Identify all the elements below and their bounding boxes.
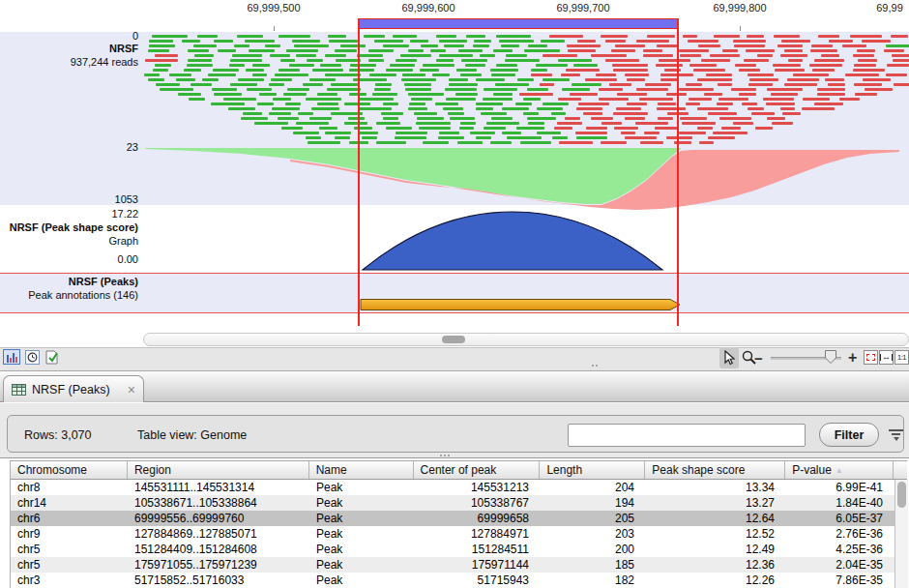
validate-document-icon[interactable] — [44, 349, 59, 365]
read — [214, 93, 243, 96]
read — [232, 54, 262, 57]
read — [528, 122, 544, 125]
read — [435, 103, 459, 105]
read — [507, 136, 542, 139]
zoom-to-selection-button[interactable] — [864, 350, 878, 365]
column-header-label: Region — [134, 463, 171, 477]
track-horizontal-scrollbar[interactable] — [143, 333, 909, 346]
forward-coverage-area — [145, 148, 681, 204]
cell: 175971144 — [414, 557, 541, 573]
read — [763, 98, 794, 101]
pointer-tool-icon[interactable] — [719, 347, 739, 368]
read — [362, 136, 377, 139]
read — [317, 103, 338, 105]
peaks-track-count: Peak annotations (146) — [0, 289, 140, 301]
read — [296, 122, 330, 125]
read — [857, 49, 875, 52]
read — [704, 93, 723, 96]
one-to-one-zoom-button[interactable]: 1:1 — [894, 350, 909, 365]
read — [149, 44, 175, 47]
read — [519, 93, 553, 96]
read — [689, 98, 712, 101]
column-header-peak-shape-score[interactable]: Peak shape score — [645, 461, 785, 479]
read — [658, 117, 673, 120]
read — [281, 127, 303, 130]
tab-close-icon[interactable]: × — [128, 383, 135, 397]
read — [184, 69, 200, 72]
fit-width-button[interactable]: ↔ — [879, 350, 894, 365]
read — [312, 69, 342, 72]
read — [386, 127, 413, 130]
ruler-selection-bar[interactable] — [359, 18, 678, 29]
zoom-slider-thumb[interactable] — [825, 350, 836, 368]
zoom-out-button[interactable]: − — [754, 351, 763, 366]
advanced-filter-icon[interactable] — [888, 429, 904, 442]
read — [400, 54, 431, 57]
table-row[interactable]: chr351715852..51716033Peak5171594318212.… — [11, 573, 907, 588]
column-header-length[interactable]: Length — [540, 461, 645, 479]
column-header-label: P-value — [792, 463, 832, 477]
zoom-in-button[interactable]: + — [848, 350, 857, 365]
read — [577, 40, 596, 43]
cell: 2.04E-35 — [786, 557, 894, 573]
table-row[interactable]: chr669999556..69999760Peak6999965820512.… — [11, 511, 907, 526]
read — [327, 88, 362, 91]
table-body: chr8145531111..145531314Peak145531213204… — [11, 480, 907, 588]
read — [686, 103, 700, 105]
table-splitter-grip[interactable] — [440, 455, 450, 456]
table-row[interactable]: chr5151284409..151284608Peak151284511200… — [11, 542, 907, 557]
tab-title: NRSF (Peaks) — [32, 383, 122, 397]
read — [811, 44, 833, 47]
read — [601, 35, 628, 38]
read — [484, 127, 506, 130]
read — [647, 35, 675, 38]
filter-button[interactable]: Filter — [819, 423, 879, 447]
read — [706, 74, 732, 76]
table-vertical-scrollbar[interactable] — [894, 480, 908, 588]
read — [229, 64, 245, 67]
read — [155, 54, 177, 57]
read — [887, 64, 909, 67]
read — [446, 98, 476, 101]
read — [625, 74, 649, 76]
tab-nrsf-peaks[interactable]: NRSF (Peaks) × — [3, 375, 144, 402]
column-header-p-value[interactable]: P-value▲ — [785, 461, 894, 479]
table-row[interactable]: chr9127884869..127885071Peak127884971203… — [11, 526, 907, 542]
read — [774, 35, 801, 38]
cell: chr8 — [11, 480, 128, 495]
annotation-shape[interactable] — [361, 300, 680, 310]
read — [368, 49, 394, 52]
scrollbar-thumb[interactable] — [897, 482, 906, 508]
read — [354, 127, 372, 130]
read — [766, 103, 795, 105]
cell: chr14 — [11, 495, 128, 511]
table-view-label: Table view: Genome — [137, 428, 247, 442]
table-search-input[interactable] — [568, 424, 806, 447]
read — [376, 141, 407, 144]
read — [780, 54, 807, 57]
read — [721, 127, 741, 130]
read — [524, 49, 560, 52]
column-header-name[interactable]: Name — [309, 461, 414, 479]
read — [639, 98, 673, 101]
column-header-chromosome[interactable]: Chromosome — [11, 461, 128, 479]
table-row[interactable]: chr14105338671..105338864Peak10533876719… — [11, 495, 907, 511]
read — [683, 35, 697, 38]
column-header-region[interactable]: Region — [128, 461, 309, 479]
read — [194, 54, 215, 57]
table-row[interactable]: chr8145531111..145531314Peak145531213204… — [11, 480, 907, 495]
peak-annotation-arrow[interactable] — [143, 296, 909, 313]
read — [771, 93, 798, 96]
read — [735, 64, 757, 67]
history-clock-icon[interactable] — [25, 350, 40, 365]
column-header-center-of-peak[interactable]: Center of peak — [414, 461, 541, 479]
splitter-grip[interactable] — [592, 365, 598, 367]
read — [490, 141, 513, 144]
scrollbar-thumb[interactable] — [442, 336, 465, 343]
column-header-label: Center of peak — [421, 463, 497, 477]
table-row[interactable]: chr5175971055..175971239Peak175971144185… — [11, 557, 907, 573]
read — [772, 122, 793, 125]
track-view-icon[interactable] — [3, 349, 20, 365]
read — [814, 103, 843, 105]
cell: 127884869..127885071 — [128, 526, 309, 542]
